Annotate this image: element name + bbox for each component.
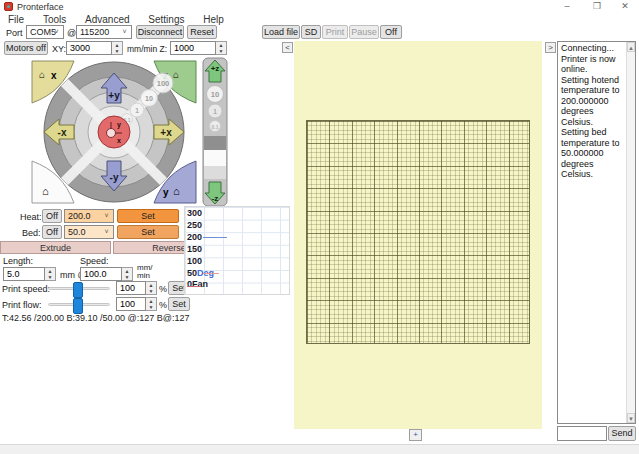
fan-unit-label: Fan — [192, 279, 208, 289]
hotend-target-line — [203, 237, 227, 238]
z-band-white[interactable] — [204, 150, 226, 166]
port-select[interactable]: COM5 ˅ — [26, 25, 64, 39]
extrude-button[interactable]: Extrude — [0, 241, 111, 254]
step-10-label: 10 — [145, 95, 153, 102]
xy-speed-stepper[interactable]: ▲ ▼ — [112, 41, 123, 55]
home-y-label: y — [163, 187, 169, 198]
log-scrollbar[interactable]: ▲ ▼ — [626, 42, 635, 423]
length-label: Length: — [3, 256, 33, 266]
print-speed-slider[interactable] — [48, 287, 110, 290]
log-line: Connecting... — [561, 43, 625, 54]
print-speed-input[interactable] — [116, 281, 146, 295]
print-button: Print — [322, 25, 348, 39]
extrude-speed-input[interactable] — [80, 267, 122, 281]
z-band-light[interactable] — [204, 166, 226, 179]
sd-button[interactable]: SD — [301, 25, 321, 39]
log-line: Setting hotend temperature to 200.000000… — [561, 75, 625, 128]
bed-set-button[interactable]: Set — [117, 225, 179, 239]
z-jog-strip[interactable]: +z 10 1 0.1 -z — [202, 57, 228, 207]
mm-min-z-label: mm/min Z: — [127, 44, 167, 54]
extrude-length-input[interactable] — [3, 267, 45, 281]
extrude-length-stepper[interactable]: ▲ ▼ — [45, 267, 56, 281]
spin-down-icon[interactable]: ▼ — [149, 288, 154, 294]
minus-y-label: -y — [110, 172, 119, 183]
minimize-button[interactable]: – — [560, 1, 574, 12]
mm-min-label: mm/ min — [137, 264, 153, 280]
off-button[interactable]: Off — [380, 25, 402, 39]
command-input[interactable] — [557, 426, 607, 441]
collapse-right-button[interactable]: > — [545, 42, 556, 53]
plus-z-label: +z — [211, 64, 220, 73]
chevron-down-icon: ˅ — [101, 210, 112, 222]
title-bar: Pronterface – ❐ ✕ — [0, 0, 639, 13]
chevron-down-icon: ˅ — [51, 26, 62, 38]
xy-speed-label: XY: — [52, 44, 66, 54]
print-speed-percent: % — [159, 284, 167, 294]
print-flow-spin[interactable]: ▲ ▼ — [146, 297, 157, 311]
collapse-left-button[interactable]: < — [282, 42, 293, 53]
motors-off-button[interactable]: Motors off — [4, 41, 48, 55]
heat-set-button[interactable]: Set — [117, 209, 179, 223]
menu-tools[interactable]: Tools — [35, 13, 74, 25]
print-flow-percent: % — [159, 300, 167, 310]
window-status-bar — [0, 444, 639, 454]
port-label: Port — [6, 28, 23, 38]
home-icon: ⌂ — [39, 69, 45, 80]
print-speed-spin[interactable]: ▲ ▼ — [146, 281, 157, 295]
disconnect-button[interactable]: Disconnect — [136, 25, 184, 39]
jog-center-origin — [107, 129, 116, 138]
spin-down-icon[interactable]: ▼ — [125, 274, 130, 280]
menu-help[interactable]: Help — [195, 13, 232, 25]
heat-label: Heat: — [20, 212, 42, 222]
home-x-label: x — [51, 70, 57, 81]
reset-button[interactable]: Reset — [187, 25, 217, 39]
graph-label-100: 100 — [187, 256, 202, 267]
heat-off-button[interactable]: Off — [42, 209, 62, 223]
xy-speed-input[interactable] — [66, 41, 112, 55]
z-step-10-label: 10 — [211, 90, 219, 99]
step-1-label: 1 — [135, 107, 139, 114]
minus-x-label: -x — [58, 127, 67, 138]
print-speed-slider-thumb[interactable] — [73, 282, 83, 298]
zoom-in-button[interactable]: + — [409, 429, 422, 441]
scroll-down-icon[interactable]: ▼ — [627, 413, 635, 423]
heat-temp-select[interactable]: 200.0 ˅ — [64, 209, 114, 223]
z-band-dark[interactable] — [204, 136, 226, 150]
load-file-button[interactable]: Load file — [262, 25, 300, 39]
spin-down-icon[interactable]: ▼ — [149, 304, 154, 310]
spin-down-icon[interactable]: ▼ — [219, 48, 224, 54]
home-icon: ⌂ — [173, 69, 179, 80]
jog-pad[interactable]: ⌂ x z ⌂ ⌂ y ⌂ +y -y -x +x 100 10 1 0.1 y… — [28, 57, 200, 207]
z-speed-stepper[interactable]: ▲ ▼ — [216, 41, 227, 55]
z-step-1-label: 1 — [213, 108, 217, 115]
bed-temp-select[interactable]: 50.0 ˅ — [64, 225, 114, 239]
gcode-viewer-canvas[interactable] — [294, 41, 542, 429]
z-speed-input[interactable] — [170, 41, 216, 55]
maximize-button[interactable]: ❐ — [590, 1, 604, 12]
graph-label-150: 150 — [187, 244, 202, 255]
send-button[interactable]: Send — [608, 426, 636, 441]
bed-label: Bed: — [22, 228, 41, 238]
print-flow-slider-thumb[interactable] — [73, 298, 83, 314]
print-flow-input[interactable] — [116, 297, 146, 311]
center-x-label: x — [117, 137, 121, 144]
close-button[interactable]: ✕ — [618, 1, 632, 12]
graph-label-300: 300 — [187, 208, 202, 219]
home-icon: ⌂ — [173, 185, 180, 197]
baud-select[interactable]: 115200 ˅ — [76, 25, 132, 39]
scroll-up-icon[interactable]: ▲ — [627, 42, 635, 52]
print-flow-label: Print flow: — [2, 300, 42, 310]
log-line: Setting bed temperature to 50.000000 deg… — [561, 127, 625, 180]
print-flow-slider[interactable] — [48, 303, 110, 306]
menu-advanced[interactable]: Advanced — [77, 13, 137, 25]
extrude-speed-stepper[interactable]: ▲ ▼ — [122, 267, 133, 281]
home-icon: ⌂ — [42, 185, 49, 197]
print-flow-set-button[interactable]: Set — [168, 297, 190, 311]
log-output[interactable]: Connecting... Printer is now online. Set… — [557, 41, 636, 424]
spin-down-icon[interactable]: ▼ — [48, 274, 53, 280]
print-bed-grid[interactable] — [306, 120, 530, 344]
menu-settings[interactable]: Settings — [140, 13, 192, 25]
menu-file[interactable]: File — [0, 13, 32, 25]
spin-down-icon[interactable]: ▼ — [115, 48, 120, 54]
bed-off-button[interactable]: Off — [42, 225, 62, 239]
